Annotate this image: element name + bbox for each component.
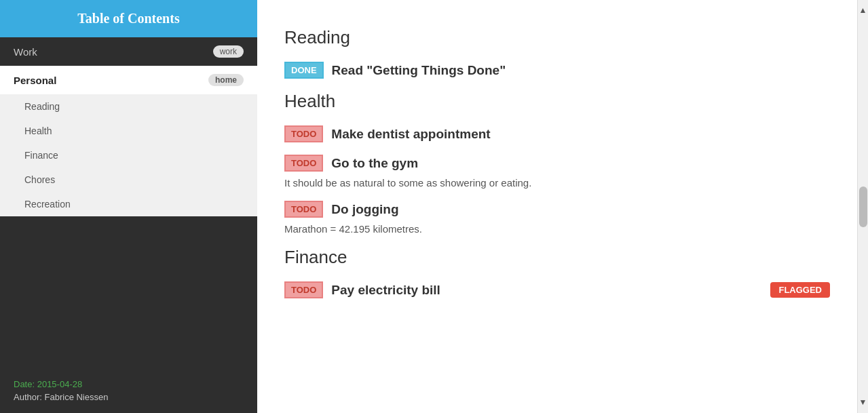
sidebar-item-chores[interactable]: Chores <box>0 168 257 192</box>
sidebar-work-label: Work <box>14 46 37 58</box>
sidebar-item-finance[interactable]: Finance <box>0 143 257 168</box>
item-text: Do jogging <box>331 202 398 217</box>
item-text: Pay electricity bill <box>331 283 440 298</box>
main-content: Reading DONE Read "Getting Things Done" … <box>257 0 857 413</box>
badge-todo: TODO <box>284 281 323 298</box>
sidebar-item-recreation[interactable]: Recreation <box>0 192 257 216</box>
sidebar-work-badge: work <box>213 45 244 58</box>
scrollbar[interactable]: ▲ ▼ <box>857 0 868 413</box>
sidebar-header: Table of Contents <box>0 0 257 37</box>
sidebar-item-health[interactable]: Health <box>0 119 257 143</box>
todo-item: TODO Go to the gym <box>284 155 830 172</box>
todo-item: TODO Make dentist appointment <box>284 125 830 142</box>
sidebar: Table of Contents Work work Personal hom… <box>0 0 257 413</box>
item-note: Marathon = 42.195 kilometres. <box>284 223 830 235</box>
scroll-up-arrow[interactable]: ▲ <box>856 3 868 18</box>
footer-author: Author: Fabrice Niessen <box>14 392 244 402</box>
item-text: Read "Getting Things Done" <box>332 63 506 78</box>
todo-item: TODO Do jogging <box>284 201 830 218</box>
section-title-reading: Reading <box>284 27 830 48</box>
scroll-down-arrow[interactable]: ▼ <box>856 395 868 410</box>
todo-item: DONE Read "Getting Things Done" <box>284 62 830 79</box>
item-note: It should be as natural to some as showe… <box>284 177 830 189</box>
footer-date: Date: 2015-04-28 <box>14 379 244 389</box>
sidebar-personal-label: Personal <box>14 75 56 86</box>
sidebar-item-personal[interactable]: Personal home <box>0 66 257 94</box>
sidebar-subsections: Reading Health Finance Chores Recreation <box>0 94 257 216</box>
section-title-finance: Finance <box>284 247 830 268</box>
sidebar-title: Table of Contents <box>77 11 179 26</box>
sidebar-personal-badge: home <box>208 74 244 86</box>
item-text: Make dentist appointment <box>331 127 490 142</box>
badge-done: DONE <box>284 62 324 79</box>
sidebar-nav: Work work Personal home Reading Health F… <box>0 37 257 368</box>
sidebar-item-work[interactable]: Work work <box>0 37 257 66</box>
todo-item: TODO Pay electricity bill FLAGGED <box>284 281 830 298</box>
sidebar-footer: Date: 2015-04-28 Author: Fabrice Niessen <box>0 368 257 413</box>
scroll-thumb[interactable] <box>859 186 867 227</box>
section-title-health: Health <box>284 91 830 112</box>
badge-flagged: FLAGGED <box>770 282 830 298</box>
badge-todo: TODO <box>284 125 323 142</box>
badge-todo: TODO <box>284 155 323 172</box>
badge-todo: TODO <box>284 201 323 218</box>
item-text: Go to the gym <box>331 156 418 171</box>
sidebar-item-reading[interactable]: Reading <box>0 94 257 119</box>
